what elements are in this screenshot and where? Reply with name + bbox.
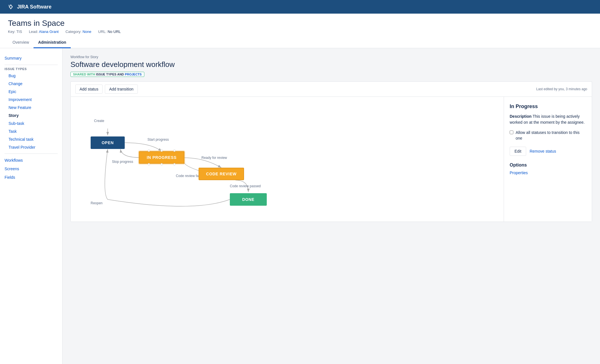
node-done[interactable]: DONE: [230, 193, 267, 206]
content-area: Workflow for Story Software development …: [63, 48, 600, 364]
sidebar-item-technical-task[interactable]: Technical task: [0, 135, 62, 143]
stop-progress-label: Stop progress: [112, 160, 133, 164]
panel-options-title: Options: [510, 163, 586, 168]
code-review-passed-label: Code review passed: [230, 184, 261, 188]
issue-types-word: ISSUE TYPES: [96, 73, 116, 76]
workflow-for-label: Workflow for Story: [70, 55, 592, 59]
dot-3: [173, 150, 176, 152]
allow-all-checkbox[interactable]: [510, 131, 513, 134]
jira-icon: [7, 3, 15, 11]
start-progress-label: Start progress: [147, 138, 169, 142]
sidebar-item-travel-provider[interactable]: Travel Provider: [0, 143, 62, 151]
workflow-panel: In Progress Description This issue is be…: [504, 97, 592, 222]
dot-1: [148, 150, 150, 152]
project-header: Teams in Space Key: TIS Lead: Alana Gran…: [0, 14, 600, 48]
project-tabs: Overview Administration: [8, 37, 592, 48]
app-name: JIRA Software: [17, 4, 51, 10]
app-header: JIRA Software: [0, 0, 600, 14]
sidebar-item-change[interactable]: Change: [0, 80, 62, 88]
workflow-toolbar: Add status Add transition Last edited by…: [70, 81, 592, 96]
add-status-button[interactable]: Add status: [75, 85, 103, 94]
ready-for-review-label: Ready for review: [201, 156, 227, 160]
panel-title: In Progress: [510, 104, 586, 110]
project-url-label: URL: No URL: [98, 30, 121, 34]
panel-checkbox-row: Allow all statuses to transition to this…: [510, 130, 586, 141]
sidebar-item-bug[interactable]: Bug: [0, 72, 62, 80]
project-lead-link[interactable]: Alana Grant: [39, 30, 59, 34]
allow-all-label: Allow all statuses to transition to this…: [516, 130, 586, 141]
tab-overview[interactable]: Overview: [8, 37, 34, 48]
panel-actions: Edit Remove status: [510, 147, 586, 156]
node-code-review[interactable]: CODE REVIEW: [199, 168, 244, 180]
workflow-title: Software development workflow: [70, 60, 592, 69]
sidebar-item-story[interactable]: Story: [0, 111, 62, 119]
project-meta: Key: TIS Lead: Alana Grant Category: Non…: [8, 30, 592, 34]
node-open[interactable]: OPEN: [91, 136, 125, 149]
project-category-label: Category: None: [65, 30, 91, 34]
sidebar-divider-2: [5, 153, 58, 154]
sidebar-item-summary[interactable]: Summary: [0, 54, 62, 62]
shared-word: SHARED WITH: [73, 73, 96, 76]
shared-badge: SHARED WITH ISSUE TYPES AND PROJECTS: [70, 72, 144, 77]
dot-6: [173, 163, 176, 165]
tab-administration[interactable]: Administration: [34, 37, 71, 48]
node-in-progress[interactable]: IN PROGRESS: [139, 151, 184, 164]
projects-word: PROJECTS: [125, 73, 141, 76]
panel-description: Description This issue is being actively…: [510, 113, 586, 125]
project-url-value: No URL: [108, 30, 121, 34]
sidebar-divider-1: [5, 65, 58, 65]
properties-link[interactable]: Properties: [510, 171, 528, 175]
sidebar-item-fields[interactable]: Fields: [0, 173, 62, 182]
dot-4: [148, 163, 150, 165]
remove-status-link[interactable]: Remove status: [530, 149, 556, 153]
create-label: Create: [94, 119, 104, 123]
sidebar-item-improvement[interactable]: Improvement: [0, 96, 62, 104]
workflow-canvas: Create OPEN Start progress Stop progress: [79, 105, 272, 213]
project-lead-label: Lead: Alana Grant: [29, 30, 59, 34]
sidebar-issue-types-label: Issue types: [0, 67, 62, 71]
main-content: Summary Issue types Bug Change Epic Impr…: [0, 48, 600, 364]
workflow-diagram-container: Create OPEN Start progress Stop progress: [70, 96, 592, 222]
sidebar-item-sub-task[interactable]: Sub-task: [0, 119, 62, 127]
sidebar-item-screens[interactable]: Screens: [0, 165, 62, 173]
sidebar-item-workflows[interactable]: Workflows: [0, 156, 62, 165]
dot-5: [161, 163, 163, 165]
sidebar-item-new-feature[interactable]: New Feature: [0, 104, 62, 111]
add-transition-button[interactable]: Add transition: [105, 85, 138, 94]
project-key-label: Key: TIS: [8, 30, 22, 34]
reopen-label: Reopen: [91, 201, 103, 205]
sidebar: Summary Issue types Bug Change Epic Impr…: [0, 48, 63, 364]
workflow-diagram: Create OPEN Start progress Stop progress: [71, 97, 504, 222]
project-key-value: TIS: [16, 30, 22, 34]
project-title: Teams in Space: [8, 19, 592, 28]
app-logo: JIRA Software: [7, 3, 51, 11]
sidebar-item-task[interactable]: Task: [0, 127, 62, 135]
edit-button[interactable]: Edit: [510, 147, 526, 156]
sidebar-item-epic[interactable]: Epic: [0, 88, 62, 96]
project-category-link[interactable]: None: [82, 30, 91, 34]
dot-2: [161, 150, 163, 152]
last-edited-text: Last edited by you, 3 minutes ago: [536, 87, 587, 91]
